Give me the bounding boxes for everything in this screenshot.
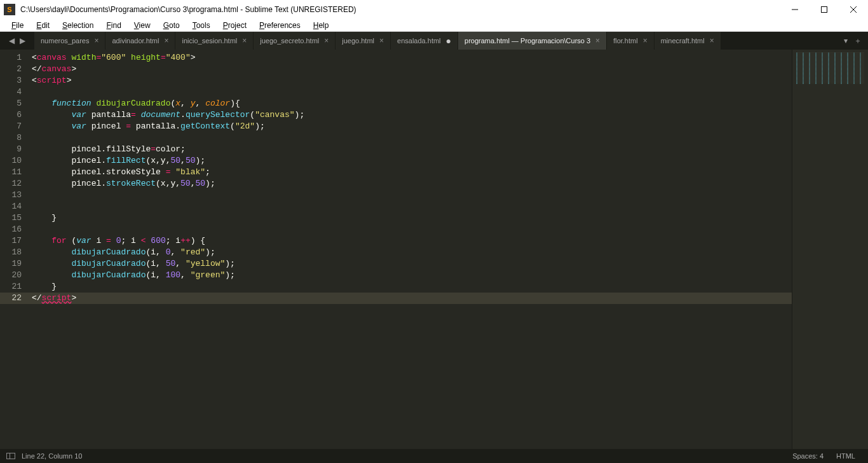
code-line[interactable]: pincel.strokeRect(x,y,50,50);	[27, 178, 792, 190]
menu-tools[interactable]: Tools	[186, 21, 217, 30]
line-number[interactable]: 9	[8, 144, 22, 155]
tab[interactable]: minecraft.html×	[654, 32, 721, 50]
panel-icon[interactable]	[6, 453, 15, 459]
line-number[interactable]: 16	[8, 224, 22, 235]
tab-close-icon[interactable]: ×	[710, 36, 714, 45]
code-line[interactable]: var pincel = pantalla.getContext("2d");	[27, 121, 792, 132]
indent-setting[interactable]: Spaces: 4	[786, 452, 830, 460]
editor-area: 12345678910111213141516171819202122 <can…	[0, 50, 868, 449]
code-line[interactable]: dibujarCuadrado(i, 50, "yellow");	[27, 258, 792, 270]
code-line[interactable]: pincel.fillRect(x,y,50,50);	[27, 155, 792, 167]
menu-preferences[interactable]: Preferences	[253, 21, 307, 30]
code-line[interactable]: function dibujarCuadrado(x, y, color){	[27, 98, 792, 109]
svg-rect-0	[822, 7, 827, 13]
code-line[interactable]	[27, 201, 792, 212]
tab[interactable]: juego_secreto.html×	[254, 32, 336, 50]
nav-right-icon[interactable]: ▶	[20, 36, 25, 45]
tab[interactable]: inicio_sesion.html×	[175, 32, 254, 50]
line-gutter[interactable]: 12345678910111213141516171819202122	[0, 50, 27, 449]
tab-close-icon[interactable]: ×	[164, 36, 168, 45]
nav-left-icon[interactable]: ◀	[9, 36, 15, 45]
line-number[interactable]: 8	[8, 132, 22, 144]
code-line[interactable]: var pantalla= document.querySelector("ca…	[27, 109, 792, 121]
tab-nav-arrows[interactable]: ◀ ▶	[0, 32, 34, 50]
menu-goto[interactable]: Goto	[157, 21, 186, 30]
status-bar: Line 22, Column 10 Spaces: 4 HTML	[0, 449, 868, 463]
code-line[interactable]: </canvas>	[27, 64, 792, 75]
tab-close-icon[interactable]: ×	[595, 36, 600, 45]
line-number[interactable]: 5	[8, 98, 22, 109]
code-line[interactable]: <canvas width="600" height="400">	[27, 52, 792, 64]
tab-close-icon[interactable]: ×	[94, 36, 98, 45]
code-line[interactable]	[27, 86, 792, 98]
tab-close-icon[interactable]: ×	[242, 36, 247, 45]
tab[interactable]: numeros_pares×	[34, 32, 105, 50]
tab-overflow-icon[interactable]: ▾	[844, 36, 848, 45]
code-line[interactable]: pincel.fillStyle=color;	[27, 144, 792, 155]
tab[interactable]: juego.html×	[336, 32, 391, 50]
line-number[interactable]: 10	[8, 155, 22, 167]
tab-end-controls: ▾ ＋	[837, 32, 868, 50]
code-line[interactable]	[27, 132, 792, 144]
line-number[interactable]: 17	[8, 235, 22, 247]
minimap-preview	[796, 52, 864, 84]
code-line[interactable]: <script>	[27, 75, 792, 86]
code-line[interactable]: }	[27, 212, 792, 224]
syntax-mode[interactable]: HTML	[830, 452, 862, 460]
tab-row: ◀ ▶ numeros_pares×adivinador.html×inicio…	[0, 32, 868, 50]
line-number[interactable]: 20	[8, 270, 22, 281]
menu-selection[interactable]: Selection	[56, 21, 100, 30]
cursor-position[interactable]: Line 22, Column 10	[22, 452, 82, 460]
tab[interactable]: adivinador.html×	[105, 32, 175, 50]
tab[interactable]: flor.html×	[607, 32, 654, 50]
line-number[interactable]: 4	[8, 86, 22, 98]
maximize-button[interactable]	[810, 0, 839, 19]
code-line[interactable]	[27, 190, 792, 201]
code-line[interactable]: pincel.strokeStyle = "blak";	[27, 167, 792, 178]
menu-project[interactable]: Project	[217, 21, 253, 30]
code-line[interactable]	[27, 224, 792, 235]
tab-close-icon[interactable]: ×	[379, 36, 384, 45]
code-line[interactable]: </script>	[27, 293, 792, 304]
title-bar: S C:\Users\dayli\Documents\Programacion\…	[0, 0, 868, 19]
line-number[interactable]: 21	[8, 281, 22, 293]
menu-edit[interactable]: Edit	[30, 21, 56, 30]
tab-label: juego.html	[342, 37, 374, 45]
line-number[interactable]: 2	[8, 64, 22, 75]
menu-help[interactable]: Help	[307, 21, 336, 30]
line-number[interactable]: 7	[8, 121, 22, 132]
tab-label: juego_secreto.html	[260, 37, 319, 45]
line-number[interactable]: 13	[8, 190, 22, 201]
menu-find[interactable]: Find	[100, 21, 127, 30]
line-number[interactable]: 11	[8, 167, 22, 178]
tab-close-icon[interactable]: ×	[643, 36, 648, 45]
line-number[interactable]: 19	[8, 258, 22, 270]
minimize-button[interactable]	[780, 0, 810, 19]
line-number[interactable]: 1	[8, 52, 22, 64]
tab[interactable]: ensalada.html●	[391, 32, 458, 50]
line-number[interactable]: 12	[8, 178, 22, 190]
line-number[interactable]: 15	[8, 212, 22, 224]
new-tab-icon[interactable]: ＋	[854, 36, 862, 46]
line-number[interactable]: 22	[0, 293, 27, 304]
tab-label: adivinador.html	[112, 37, 159, 45]
line-number[interactable]: 18	[8, 247, 22, 258]
line-number[interactable]: 6	[8, 109, 22, 121]
tab-close-icon[interactable]: ×	[324, 36, 329, 45]
tab-label: numeros_pares	[41, 37, 89, 45]
tab-label: inicio_sesion.html	[182, 37, 237, 45]
tab[interactable]: programa.html — Programacion\Curso 3×	[458, 32, 607, 50]
code-line[interactable]: }	[27, 281, 792, 293]
tabs-container: numeros_pares×adivinador.html×inicio_ses…	[34, 32, 837, 50]
menu-view[interactable]: View	[128, 21, 157, 30]
code-line[interactable]: dibujarCuadrado(i, 100, "green");	[27, 270, 792, 281]
line-number[interactable]: 14	[8, 201, 22, 212]
minimap[interactable]	[792, 50, 868, 449]
menu-file[interactable]: File	[5, 21, 30, 30]
code-editor[interactable]: <canvas width="600" height="400"></canva…	[27, 50, 792, 449]
tab-label: programa.html — Programacion\Curso 3	[465, 37, 590, 45]
code-line[interactable]: for (var i = 0; i < 600; i++) {	[27, 235, 792, 247]
line-number[interactable]: 3	[8, 75, 22, 86]
code-line[interactable]: dibujarCuadrado(i, 0, "red");	[27, 247, 792, 258]
close-button[interactable]	[839, 0, 868, 19]
